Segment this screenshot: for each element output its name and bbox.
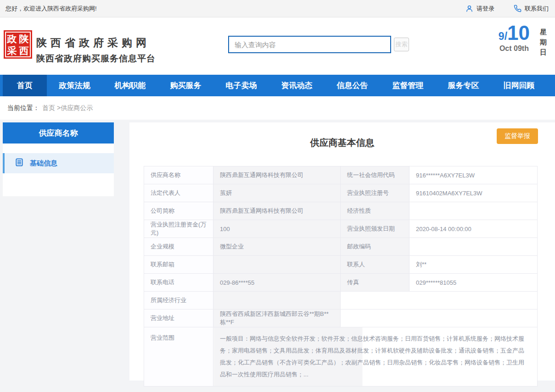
greeting-text: 您好，欢迎进入陕西省政府采购网! <box>6 5 97 13</box>
search-button[interactable]: 搜索 <box>394 38 409 51</box>
table-value-cell: 陕西鼎新互通网络科技有限公司 <box>213 166 341 184</box>
table-value-cell <box>341 292 538 309</box>
seal-character: 政 <box>6 33 18 44</box>
contact-link[interactable]: 联系我们 <box>514 5 549 13</box>
table-row: 营业范围一般项目：网络与信息安全软件开发；软件开发；信息技术咨询服务；日用百货销… <box>144 327 538 386</box>
table-value-cell: 刘** <box>409 256 538 274</box>
date-widget: 9/10 Oct 09th 星期日 <box>499 23 548 57</box>
table-row: 公司简称陕西鼎新互通网络科技有限公司经济性质 <box>144 202 538 220</box>
table-value-cell <box>341 309 538 327</box>
sidebar-item-label: 基础信息 <box>30 159 57 168</box>
table-row: 所属经济行业 <box>144 292 538 309</box>
table-row: 联系电话029-86****55传真029******81055 <box>144 274 538 292</box>
nav-item[interactable]: 首页 <box>3 75 47 96</box>
table-label-cell: 统一社会信用代码 <box>341 166 409 184</box>
table-value-cell: 029******81055 <box>409 274 538 292</box>
table-value-cell: 茧妍 <box>213 184 341 202</box>
seal-character: 陕 <box>18 33 30 44</box>
date-english: Oct 09th <box>499 44 530 53</box>
seal-characters: 政陕采西 <box>6 33 30 56</box>
nav-item[interactable]: 政策法规 <box>47 75 102 96</box>
sidebar-item-basic-info[interactable]: 基础信息 <box>3 153 114 173</box>
table-row: 联系邮箱联系人刘** <box>144 256 538 274</box>
table-label-cell: 联系人 <box>341 256 409 274</box>
supplier-info-table: 供应商名称陕西鼎新互通网络科技有限公司统一社会信用代码916******A6XY… <box>144 166 538 386</box>
document-icon <box>15 158 24 169</box>
site-titles: 陕西省政府采购网 陕西省政府购买服务信息平台 <box>36 36 156 65</box>
nav-item[interactable]: 电子卖场 <box>213 75 269 96</box>
table-label-cell: 联系邮箱 <box>144 256 213 274</box>
table-label-cell: 所属经济行业 <box>144 292 213 309</box>
topbar: 您好，欢迎进入陕西省政府采购网! 请登录 联系我们 <box>0 0 555 17</box>
table-label-cell: 邮政编码 <box>341 238 409 256</box>
nav-item[interactable]: 服务专区 <box>436 75 491 96</box>
table-row: 营业地址陕西省西咸新区沣西新城西部云谷**期B**栋**F <box>144 309 538 327</box>
site-logo-seal: 政陕采西 <box>4 30 32 59</box>
main-panel: 监督举报 供应商基本信息 供应商名称陕西鼎新互通网络科技有限公司统一社会信用代码… <box>129 122 555 381</box>
table-label-cell: 营业执照注册资金(万元) <box>144 220 213 238</box>
table-label-cell: 营业执照注册号 <box>341 184 409 202</box>
page-title: 供应商基本信息 <box>129 122 555 149</box>
table-label-cell: 法定代表人 <box>144 184 213 202</box>
table-label-cell: 营业执照颁发日期 <box>341 220 409 238</box>
user-icon <box>465 5 473 12</box>
contact-label: 联系我们 <box>525 5 549 13</box>
table-row: 营业执照注册资金(万元)100营业执照颁发日期2020-08-14 00:00:… <box>144 220 538 238</box>
table-label-cell: 公司简称 <box>144 202 213 220</box>
table-row: 企业规模微型企业邮政编码 <box>144 238 538 256</box>
sidebar: 供应商名称 基础信息 <box>3 122 114 196</box>
table-label-cell: 联系电话 <box>144 274 213 292</box>
table-value-cell: 100 <box>213 220 341 238</box>
table-value-cell: 029-86****55 <box>213 274 341 292</box>
table-value-cell <box>213 256 341 274</box>
nav-item[interactable]: 旧网回顾 <box>491 75 547 96</box>
report-button[interactable]: 监督举报 <box>497 128 538 144</box>
table-value-cell: 陕西鼎新互通网络科技有限公司 <box>213 202 341 220</box>
table-row: 供应商名称陕西鼎新互通网络科技有限公司统一社会信用代码916******A6XY… <box>144 166 538 184</box>
table-value-cell: 陕西省西咸新区沣西新城西部云谷**期B**栋**F <box>213 309 341 327</box>
breadcrumb-label: 当前位置： <box>7 104 39 112</box>
table-label-cell: 企业规模 <box>144 238 213 256</box>
main-nav-bar: 首页政策法规机构职能购买服务电子卖场资讯动态信息公告监督管理服务专区旧网回顾 <box>0 75 555 96</box>
breadcrumb-current: >供应商公示 <box>57 104 93 112</box>
date-numbers: 9/10 Oct 09th <box>499 23 530 57</box>
site-subtitle: 陕西省政府购买服务信息平台 <box>36 53 156 65</box>
nav-item[interactable]: 信息公告 <box>325 75 380 96</box>
table-label-cell: 营业范围 <box>144 327 213 386</box>
weekday-label: 星期日 <box>540 27 548 57</box>
seal-character: 西 <box>18 44 30 56</box>
table-value-cell: 一般项目：网络与信息安全软件开发；软件开发；信息技术咨询服务；日用百货销售；计算… <box>213 327 538 386</box>
nav-item[interactable]: 购买服务 <box>158 75 213 96</box>
table-label-cell: 供应商名称 <box>144 166 213 184</box>
table-value-cell: 916******A6XY7EL3W <box>409 166 538 184</box>
search-input[interactable] <box>228 36 391 53</box>
table-row: 法定代表人茧妍营业执照注册号91610402MA6XY7EL3W <box>144 184 538 202</box>
site-title: 陕西省政府采购网 <box>36 36 156 50</box>
table-label-cell: 经济性质 <box>341 202 409 220</box>
login-label: 请登录 <box>477 5 494 13</box>
nav-item[interactable]: 资讯动态 <box>269 75 325 96</box>
table-value-cell: 91610402MA6XY7EL3W <box>409 184 538 202</box>
table-label-cell: 传真 <box>341 274 409 292</box>
table-value-cell <box>409 202 538 220</box>
nav-item[interactable]: 机构职能 <box>102 75 158 96</box>
site-header: 政陕采西 陕西省政府采购网 陕西省政府购买服务信息平台 搜索 9/10 Oct … <box>0 17 555 75</box>
phone-icon <box>514 5 521 12</box>
main-nav: 首页政策法规机构职能购买服务电子卖场资讯动态信息公告监督管理服务专区旧网回顾 <box>3 75 555 96</box>
table-value-cell <box>409 238 538 256</box>
table-value-cell <box>213 292 341 309</box>
table-value-cell: 2020-08-14 00:00:00 <box>409 220 538 238</box>
nav-item[interactable]: 监督管理 <box>380 75 436 96</box>
breadcrumb-home-link[interactable]: 首页 <box>42 104 55 112</box>
login-link[interactable]: 请登录 <box>465 5 494 13</box>
sidebar-header: 供应商名称 <box>3 122 114 144</box>
search-bar: 搜索 <box>228 36 409 53</box>
content-area: 供应商名称 基础信息 监督举报 供应商基本信息 供应商名称陕西鼎新互通网络科技有… <box>0 120 555 392</box>
breadcrumb: 当前位置： 首页 >供应商公示 <box>0 96 555 120</box>
table-value-cell: 微型企业 <box>213 238 341 256</box>
seal-character: 采 <box>6 44 18 56</box>
table-label-cell: 营业地址 <box>144 309 213 327</box>
date-month-prefix: 9/ <box>499 30 507 43</box>
date-day: 10 <box>507 23 530 43</box>
topbar-right: 请登录 联系我们 <box>465 5 549 13</box>
